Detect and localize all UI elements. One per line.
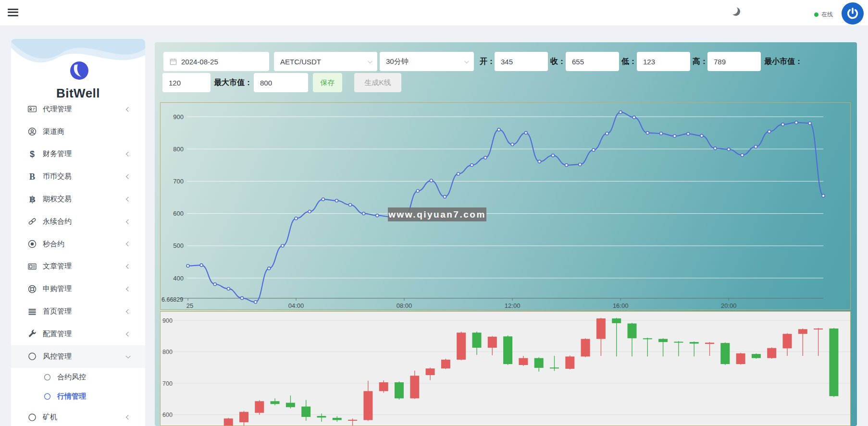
sidebar-item-首页管理[interactable]: 首页管理 (11, 300, 145, 323)
sidebar-item-渠道商[interactable]: 渠道商 (11, 121, 145, 143)
high-input[interactable]: 789 (707, 52, 761, 71)
sidebar-item-永续合约[interactable]: 永续合约 (11, 210, 145, 233)
dark-mode-moon-icon[interactable] (732, 7, 740, 16)
candlestick-chart-canvas: 900800700600 (161, 312, 850, 426)
pair-select[interactable]: AETC/USDT (274, 52, 377, 71)
candlestick-chart: 900800700600 (160, 311, 851, 426)
sidebar-brand-block: BitWell (11, 39, 145, 105)
user-circle-icon (27, 126, 37, 137)
min-cap-input[interactable]: 120 (162, 73, 211, 92)
sidebar-item-label: 风控管理 (43, 352, 72, 361)
sidebar-item-配置管理[interactable]: 配置管理 (11, 323, 145, 345)
min-cap-value: 120 (169, 79, 181, 87)
chevron-left-icon (125, 309, 130, 314)
svg-text:16:00: 16:00 (613, 302, 629, 309)
lifering-icon (27, 284, 37, 294)
generate-kline-button[interactable]: 生成K线 (354, 73, 401, 92)
link-icon (27, 216, 37, 227)
coin-b-icon: B (27, 171, 37, 182)
sidebar-item-label: 文章管理 (43, 262, 72, 271)
sidebar-item-矿机[interactable]: 矿机 (11, 406, 145, 426)
hamburger-menu-icon[interactable] (8, 7, 20, 18)
open-value: 345 (501, 58, 513, 66)
chevron-left-icon (125, 174, 130, 179)
chevron-left-icon (125, 331, 130, 336)
svg-text:900: 900 (162, 317, 173, 324)
sidebar-subitem-label: 行情管理 (57, 392, 86, 401)
dollar-icon: $ (27, 149, 37, 159)
sidebar-item-币币交易[interactable]: B币币交易 (11, 165, 145, 188)
sidebar-item-label: 配置管理 (43, 329, 72, 339)
pair-value: AETC/USDT (280, 58, 321, 66)
sidebar-item-label: 财务管理 (43, 149, 72, 158)
sidebar-item-label: 币币交易 (43, 172, 72, 181)
date-value: 2024-08-25 (181, 58, 218, 66)
online-label: 在线 (821, 11, 833, 19)
chevron-left-icon (125, 242, 130, 246)
sidebar-menu: 代理管理渠道商$财务管理B币币交易฿期权交易永续合约秒合约文章管理申购管理首页管… (11, 98, 145, 426)
target-icon (27, 239, 37, 249)
max-cap-input[interactable]: 800 (254, 73, 308, 92)
high-value: 789 (714, 58, 726, 66)
svg-text:600: 600 (173, 210, 184, 217)
close-value: 655 (572, 58, 584, 66)
sidebar-subitem-合约风控[interactable]: 合约风控 (11, 368, 145, 387)
chevron-down-icon (368, 59, 372, 63)
svg-text:700: 700 (162, 380, 173, 387)
wrench-icon (27, 329, 37, 339)
sidebar-item-label: 首页管理 (43, 307, 72, 316)
chevron-down-icon (125, 354, 130, 359)
save-button[interactable]: 保存 (313, 73, 342, 92)
line-chart: 9008007006005004006.668292504:0008:0012:… (160, 102, 851, 310)
high-label: 高： (693, 52, 708, 71)
svg-text:12:00: 12:00 (505, 302, 521, 309)
top-header: 在线 (0, 0, 868, 26)
sidebar-item-申购管理[interactable]: 申购管理 (11, 278, 145, 300)
line-chart-canvas: 9008007006005004006.668292504:0008:0012:… (161, 103, 850, 309)
interval-select[interactable]: 30分钟 (380, 52, 474, 71)
newspaper-icon (27, 261, 37, 272)
sidebar-subitem-label: 合约风控 (57, 373, 86, 382)
svg-text:04:00: 04:00 (288, 302, 304, 309)
low-input[interactable]: 123 (637, 52, 690, 71)
id-card-icon (27, 104, 37, 114)
chevron-left-icon (125, 287, 130, 292)
date-input[interactable]: 2024-08-25 (163, 52, 269, 71)
sidebar-item-label: 矿机 (43, 413, 57, 422)
bitwell-logo-icon (70, 61, 89, 80)
sub-circle-icon (42, 372, 52, 383)
circle-icon (27, 351, 37, 362)
sidebar: 代理管理渠道商$财务管理B币币交易฿期权交易永续合约秒合约文章管理申购管理首页管… (11, 39, 145, 426)
list-icon (27, 306, 37, 317)
brand-name: BitWell (11, 86, 145, 101)
sidebar-item-秒合约[interactable]: 秒合约 (11, 233, 145, 256)
chevron-left-icon (125, 107, 130, 111)
svg-text:25: 25 (186, 302, 193, 309)
svg-text:700: 700 (173, 178, 184, 185)
chevron-left-icon (125, 219, 130, 224)
sidebar-item-label: 申购管理 (43, 284, 72, 293)
max-cap-label: 最大市值： (214, 73, 252, 92)
close-label: 收： (550, 52, 566, 71)
sidebar-item-风控管理[interactable]: 风控管理 (11, 345, 145, 368)
open-input[interactable]: 345 (495, 52, 548, 71)
sidebar-subitem-行情管理[interactable]: 行情管理 (11, 387, 145, 406)
sidebar-item-label: 永续合约 (43, 217, 72, 226)
power-icon (846, 7, 859, 20)
chevron-left-icon (125, 264, 130, 269)
sidebar-item-期权交易[interactable]: ฿期权交易 (11, 188, 145, 210)
content-panel: 2024-08-25 AETC/USDT 30分钟 开： 345 收： 655 … (155, 42, 857, 426)
sidebar-item-文章管理[interactable]: 文章管理 (11, 256, 145, 278)
sidebar-item-财务管理[interactable]: $财务管理 (11, 143, 145, 166)
close-input[interactable]: 655 (566, 52, 619, 71)
online-dot-icon (814, 12, 818, 17)
sub-circle-icon (42, 391, 52, 402)
sidebar-item-label: 期权交易 (43, 195, 72, 204)
user-avatar-power-icon[interactable] (842, 2, 864, 24)
chevron-left-icon (125, 152, 130, 157)
bitcoin-icon: ฿ (27, 194, 37, 205)
interval-value: 30分钟 (386, 57, 409, 66)
chevron-left-icon (125, 415, 130, 420)
svg-text:08:00: 08:00 (397, 302, 412, 309)
min-cap-label: 最小市值： (764, 52, 803, 71)
